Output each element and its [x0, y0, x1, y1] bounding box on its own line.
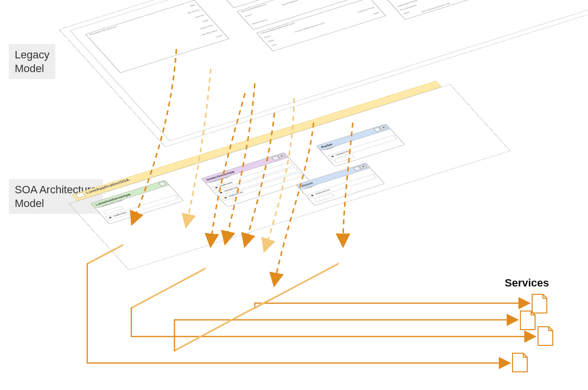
file-icon: [519, 310, 536, 331]
file-icon: [537, 326, 554, 346]
label-legacy-model: Legacy Model: [9, 44, 55, 79]
file-icon: [512, 352, 528, 373]
diagram-stage: Legacy Model SOA Architecture Model Serv…: [0, 0, 588, 390]
component-icon: [75, 192, 86, 198]
label-services: Services: [505, 277, 549, 289]
